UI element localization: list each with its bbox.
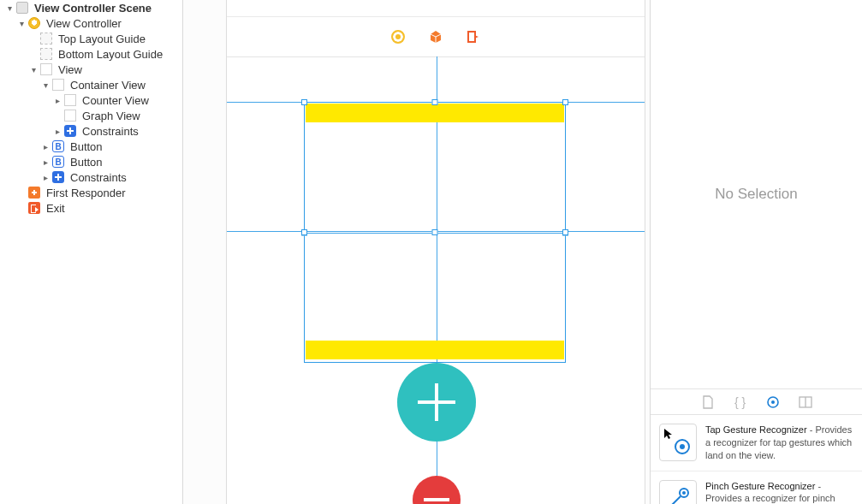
outline-item-constraints[interactable]: ▸ Constraints: [0, 123, 182, 139]
object-library[interactable]: Tap Gesture Recognizer - Provides a reco…: [651, 415, 862, 504]
library-item-desc: Provides a recognizer for pinch: [705, 493, 835, 503]
outline-label: Counter View: [82, 94, 149, 107]
disclosure-triangle-icon[interactable]: ▾: [41, 80, 50, 90]
canvas-body[interactable]: [227, 56, 645, 504]
disclosure-triangle-icon[interactable]: ▾: [17, 19, 26, 28]
outline-label: Graph View: [82, 110, 140, 122]
view-icon: [63, 93, 77, 107]
interface-builder-canvas[interactable]: [183, 0, 650, 504]
resize-handle[interactable]: [301, 229, 307, 235]
layout-guide-icon: [39, 32, 53, 45]
outline-scene-row[interactable]: ▾ View Controller Scene: [0, 0, 182, 15]
outline-label: Exit: [46, 202, 65, 215]
outline-item-graph-view[interactable]: Graph View: [0, 108, 182, 123]
button-icon: B: [51, 155, 65, 169]
library-item-thumb: [659, 480, 697, 504]
svg-line-10: [670, 496, 681, 504]
outline-label: First Responder: [46, 187, 125, 199]
resize-handle[interactable]: [562, 99, 568, 105]
file-template-tab-icon[interactable]: [701, 395, 715, 409]
button-icon: B: [51, 139, 65, 153]
library-item-title: Pinch Gesture Recognizer: [705, 481, 815, 491]
disclosure-triangle-icon[interactable]: ▾: [29, 65, 38, 74]
object-library-tab-icon[interactable]: [766, 395, 780, 409]
selection-outline[interactable]: [304, 102, 566, 363]
library-item-pinch-gesture[interactable]: Pinch Gesture Recognizer - Provides a re…: [651, 471, 862, 504]
disclosure-triangle-icon[interactable]: ▸: [41, 157, 50, 167]
resize-handle[interactable]: [432, 229, 438, 235]
library-item-thumb: [659, 424, 697, 461]
outline-label: Constraints: [82, 125, 139, 138]
outline-item-view[interactable]: ▾ View: [0, 62, 182, 77]
constraints-icon: [51, 170, 65, 184]
view-icon: [63, 109, 77, 122]
svg-marker-3: [474, 35, 479, 39]
view-icon: [51, 78, 65, 92]
disclosure-triangle-icon[interactable]: ▾: [5, 3, 14, 13]
layout-guide-icon: [39, 47, 53, 61]
outline-item-top-layout-guide[interactable]: Top Layout Guide: [0, 31, 182, 46]
outline-label: Button: [70, 156, 103, 169]
cursor-icon: [663, 428, 674, 442]
scene-dock: [383, 17, 488, 56]
constraints-icon: [63, 124, 77, 138]
document-outline: ▾ View Controller Scene ▾ View Controlle…: [0, 0, 183, 504]
view-icon: [39, 62, 53, 76]
outline-label: Container View: [70, 79, 146, 92]
outline-item-button[interactable]: ▸ B Button: [0, 154, 182, 169]
inspector-panel: No Selection { } Tap Gesture Recognizer …: [650, 0, 862, 504]
outline-label: Bottom Layout Guide: [58, 48, 163, 61]
disclosure-triangle-icon[interactable]: ▸: [53, 96, 62, 105]
outline-item-exit[interactable]: Exit: [0, 200, 182, 216]
device-frame[interactable]: [226, 0, 645, 504]
disclosure-triangle-icon[interactable]: ▸: [41, 142, 50, 151]
scene-title: View Controller Scene: [34, 2, 152, 15]
status-bar: [227, 0, 645, 17]
outline-item-button[interactable]: ▸ B Button: [0, 139, 182, 154]
svg-point-9: [682, 491, 686, 495]
outline-item-container-view[interactable]: ▾ Container View: [0, 77, 182, 92]
media-library-tab-icon[interactable]: [799, 395, 812, 409]
outline-item-first-responder[interactable]: First Responder: [0, 185, 182, 200]
plus-button[interactable]: [397, 363, 476, 442]
first-responder-icon[interactable]: [428, 29, 443, 44]
view-controller-icon: [27, 16, 41, 30]
outline-label: Top Layout Guide: [58, 33, 146, 45]
outline-item-view-controller[interactable]: ▾ View Controller: [0, 15, 182, 31]
outline-label: Button: [70, 140, 103, 153]
target-icon: [675, 439, 690, 454]
code-snippet-tab-icon[interactable]: { }: [734, 395, 747, 409]
library-item-tap-gesture[interactable]: Tap Gesture Recognizer - Provides a reco…: [651, 415, 862, 471]
outline-label: View Controller: [46, 17, 122, 30]
disclosure-triangle-icon[interactable]: ▸: [53, 127, 62, 136]
library-tabs: { }: [651, 389, 862, 415]
exit-icon[interactable]: [466, 29, 481, 44]
svg-rect-2: [468, 32, 475, 42]
exit-icon: [27, 201, 41, 215]
no-selection-label: No Selection: [651, 0, 862, 389]
library-item-text: Tap Gesture Recognizer - Provides a reco…: [705, 424, 853, 462]
outline-item-counter-view[interactable]: ▸ Counter View: [0, 92, 182, 108]
svg-point-5: [771, 400, 775, 404]
library-item-text: Pinch Gesture Recognizer - Provides a re…: [705, 480, 853, 504]
view-controller-icon[interactable]: [390, 29, 406, 44]
outline-label: Constraints: [70, 171, 127, 184]
minus-button[interactable]: [413, 476, 461, 504]
disclosure-triangle-icon[interactable]: ▸: [41, 173, 50, 182]
first-responder-icon: [27, 186, 41, 199]
outline-item-constraints[interactable]: ▸ Constraints: [0, 169, 182, 185]
resize-handle[interactable]: [562, 229, 568, 235]
library-item-title: Tap Gesture Recognizer: [705, 424, 807, 435]
outline-item-bottom-layout-guide[interactable]: Bottom Layout Guide: [0, 46, 182, 62]
resize-handle[interactable]: [432, 99, 438, 105]
scene-icon: [15, 1, 29, 15]
outline-label: View: [58, 63, 82, 76]
pinch-icon: [665, 486, 691, 504]
resize-handle[interactable]: [301, 99, 307, 105]
